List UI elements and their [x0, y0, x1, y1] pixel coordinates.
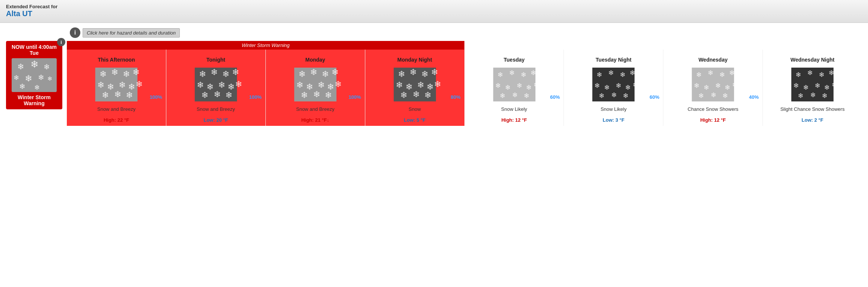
col-description: Snow [368, 102, 462, 116]
svg-text:❄: ❄ [808, 69, 813, 77]
col-day-name: Wednesday [666, 51, 760, 68]
col-temperature: Low: 20 °F [169, 116, 263, 124]
svg-text:❄: ❄ [218, 80, 225, 90]
hazard-info-icon[interactable]: i [70, 27, 80, 38]
svg-text:❄: ❄ [396, 80, 403, 90]
forecast-col: Wednesday❄❄❄❄❄❄❄❄❄❄❄❄40%Chance Snow Show… [663, 50, 763, 126]
col-description: Chance Snow Showers [666, 102, 760, 116]
svg-text:❄: ❄ [14, 74, 19, 82]
col-description: Snow Likely [467, 102, 562, 116]
svg-text:❄: ❄ [829, 69, 834, 77]
forecast-col: Monday❄❄❄❄❄❄❄❄❄❄❄❄100%Snow and BreezyHig… [266, 50, 365, 126]
svg-text:❄: ❄ [30, 59, 39, 70]
col-day-name: Tuesday Night [566, 51, 661, 68]
svg-text:❄: ❄ [107, 82, 114, 92]
svg-text:❄: ❄ [310, 68, 317, 77]
svg-text:❄: ❄ [815, 82, 820, 89]
col-description: Snow and Breezy [268, 102, 363, 116]
svg-text:❄: ❄ [711, 91, 717, 99]
svg-text:❄: ❄ [523, 92, 529, 100]
svg-text:❄: ❄ [298, 69, 306, 79]
svg-text:❄: ❄ [211, 68, 218, 77]
col-temperature: High: 12 °F [467, 116, 562, 124]
forecast-col: Tuesday Night❄❄❄❄❄❄❄❄❄❄❄❄60%Snow LikelyL… [564, 50, 663, 126]
svg-text:❄: ❄ [426, 82, 434, 92]
svg-text:❄: ❄ [722, 92, 728, 100]
svg-text:❄: ❄ [99, 69, 107, 79]
svg-text:❄: ❄ [604, 84, 610, 91]
svg-text:❄: ❄ [793, 82, 799, 89]
col-description: Slight Chance Snow Showers [765, 102, 860, 116]
svg-text:❄: ❄ [214, 90, 221, 99]
svg-text:❄: ❄ [704, 84, 709, 91]
svg-text:❄: ❄ [609, 69, 614, 77]
main-content: i Click here for hazard details and dura… [0, 23, 868, 130]
col-temperature: High: 12 °F [666, 116, 760, 124]
svg-text:❄: ❄ [128, 82, 135, 92]
svg-text:❄: ❄ [235, 80, 242, 89]
svg-text:❄: ❄ [520, 71, 526, 79]
forecast-col: Monday Night❄❄❄❄❄❄❄❄❄❄❄❄80%SnowLow: 5 °F [365, 50, 465, 126]
svg-text:❄: ❄ [111, 68, 118, 77]
svg-text:❄: ❄ [698, 92, 704, 100]
svg-text:❄: ❄ [400, 91, 407, 100]
svg-text:❄: ❄ [119, 80, 126, 90]
svg-text:❄: ❄ [616, 82, 621, 89]
header-title: Alta UT [6, 9, 862, 18]
svg-text:❄: ❄ [199, 69, 206, 79]
svg-text:❄: ❄ [206, 82, 214, 92]
svg-text:❄: ❄ [97, 80, 104, 90]
svg-text:❄: ❄ [729, 69, 735, 77]
forecast-row: i NOW until 4:00am Tue ❄ ❄ ❄ ❄ ❄ ❄ ❄ ❄ ❄ [6, 41, 862, 126]
svg-text:❄: ❄ [595, 82, 600, 89]
svg-text:❄: ❄ [696, 71, 702, 79]
current-conditions-card: i NOW until 4:00am Tue ❄ ❄ ❄ ❄ ❄ ❄ ❄ ❄ ❄ [6, 41, 62, 109]
col-weather-icon: ❄❄❄❄❄❄❄❄❄❄❄❄100% [69, 68, 164, 101]
forecast-col: Tonight❄❄❄❄❄❄❄❄❄❄❄❄100%Snow and BreezyLo… [166, 50, 266, 126]
svg-text:❄: ❄ [497, 71, 503, 79]
svg-text:❄: ❄ [623, 92, 628, 100]
svg-text:❄: ❄ [201, 91, 208, 100]
col-weather-icon: ❄❄❄❄❄❄❄❄❄❄❄❄60% [467, 68, 562, 101]
svg-text:❄: ❄ [633, 81, 638, 89]
svg-text:❄: ❄ [47, 76, 52, 82]
hazard-link[interactable]: Click here for hazard details and durati… [83, 28, 180, 38]
svg-text:❄: ❄ [715, 82, 721, 89]
svg-text:❄: ❄ [232, 68, 239, 77]
svg-text:❄: ❄ [334, 80, 341, 89]
svg-text:❄: ❄ [19, 82, 26, 91]
svg-text:❄: ❄ [331, 68, 338, 77]
svg-text:❄: ❄ [434, 80, 441, 89]
col-description: Snow and Breezy [69, 102, 164, 116]
svg-text:❄: ❄ [796, 71, 801, 79]
svg-text:❄: ❄ [630, 69, 635, 77]
svg-text:❄: ❄ [725, 84, 731, 91]
svg-text:❄: ❄ [114, 90, 121, 99]
current-weather-icon: ❄ ❄ ❄ ❄ ❄ ❄ ❄ ❄ ❄ [12, 58, 57, 92]
svg-text:❄: ❄ [133, 68, 140, 77]
svg-text:❄: ❄ [421, 69, 428, 79]
forecast-col: This Afternoon❄❄❄❄❄❄❄❄❄❄❄❄100%Snow and B… [67, 50, 166, 126]
svg-text:❄: ❄ [327, 82, 334, 92]
col-day-name: This Afternoon [69, 51, 164, 68]
col-day-name: Wednesday Night [765, 51, 860, 68]
col-weather-icon: ❄❄❄❄❄❄❄❄❄❄❄❄ [765, 68, 860, 101]
col-precip: 100% [348, 94, 361, 100]
header-subtitle: Extended Forecast for [6, 4, 862, 9]
svg-text:❄: ❄ [25, 73, 32, 83]
col-temperature: Low: 5 °F [368, 116, 462, 124]
svg-text:❄: ❄ [197, 80, 204, 90]
col-day-name: Tuesday [467, 51, 562, 68]
current-info-icon[interactable]: i [57, 38, 65, 46]
svg-text:❄: ❄ [612, 91, 617, 99]
page-header: Extended Forecast for Alta UT [0, 0, 868, 23]
svg-text:❄: ❄ [44, 63, 50, 71]
svg-text:❄: ❄ [424, 91, 431, 100]
svg-text:❄: ❄ [123, 69, 130, 79]
svg-text:❄: ❄ [417, 80, 424, 90]
svg-text:❄: ❄ [803, 84, 809, 91]
svg-text:❄: ❄ [17, 62, 24, 71]
svg-text:❄: ❄ [526, 84, 532, 91]
svg-text:❄: ❄ [102, 91, 109, 100]
svg-text:❄: ❄ [398, 69, 405, 79]
